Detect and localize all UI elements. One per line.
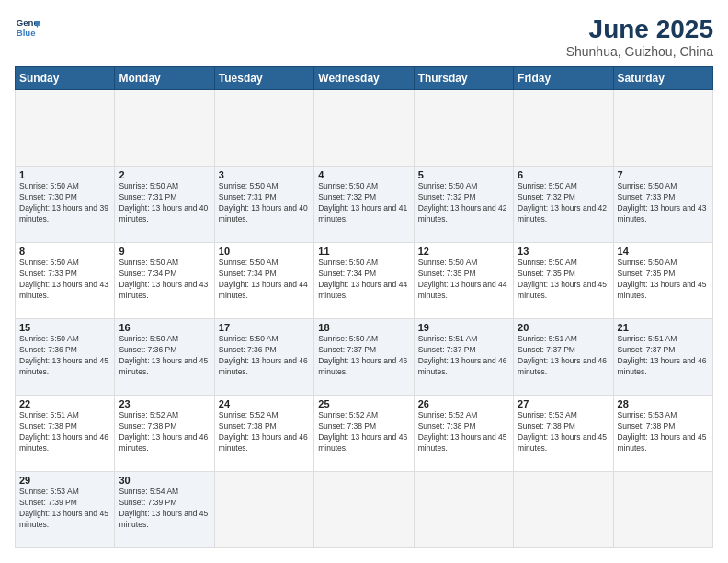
table-row: 24Sunrise: 5:52 AMSunset: 7:38 PMDayligh… <box>214 396 313 472</box>
table-row <box>214 472 313 548</box>
day-info: Sunrise: 5:50 AMSunset: 7:32 PMDaylight:… <box>318 181 409 225</box>
table-row: 28Sunrise: 5:53 AMSunset: 7:38 PMDayligh… <box>613 396 712 472</box>
day-number: 3 <box>219 169 310 180</box>
table-row: 15Sunrise: 5:50 AMSunset: 7:36 PMDayligh… <box>16 319 115 396</box>
day-info: Sunrise: 5:50 AMSunset: 7:32 PMDaylight:… <box>518 181 609 225</box>
day-info: Sunrise: 5:50 AMSunset: 7:37 PMDaylight:… <box>318 334 409 378</box>
day-number: 21 <box>618 322 709 333</box>
title-month: June 2025 <box>566 15 713 44</box>
day-info: Sunrise: 5:50 AMSunset: 7:31 PMDaylight:… <box>119 181 210 225</box>
day-number: 4 <box>318 169 409 180</box>
table-row <box>514 90 613 167</box>
day-info: Sunrise: 5:50 AMSunset: 7:34 PMDaylight:… <box>219 258 310 302</box>
table-row: 27Sunrise: 5:53 AMSunset: 7:38 PMDayligh… <box>514 396 613 472</box>
calendar-header-row: Sunday Monday Tuesday Wednesday Thursday… <box>16 67 713 90</box>
day-number: 13 <box>518 246 609 257</box>
day-info: Sunrise: 5:52 AMSunset: 7:38 PMDaylight:… <box>318 410 409 454</box>
calendar-week-row: 29Sunrise: 5:53 AMSunset: 7:39 PMDayligh… <box>16 472 713 548</box>
table-row: 10Sunrise: 5:50 AMSunset: 7:34 PMDayligh… <box>214 243 313 319</box>
day-info: Sunrise: 5:50 AMSunset: 7:35 PMDaylight:… <box>518 258 609 302</box>
calendar-week-row: 1Sunrise: 5:50 AMSunset: 7:30 PMDaylight… <box>16 167 713 243</box>
table-row <box>214 90 313 167</box>
day-number: 20 <box>518 322 609 333</box>
table-row <box>314 90 414 167</box>
day-number: 7 <box>618 169 709 180</box>
day-info: Sunrise: 5:50 AMSunset: 7:34 PMDaylight:… <box>318 258 409 302</box>
day-info: Sunrise: 5:52 AMSunset: 7:38 PMDaylight:… <box>119 410 210 454</box>
table-row: 14Sunrise: 5:50 AMSunset: 7:35 PMDayligh… <box>613 243 712 319</box>
day-info: Sunrise: 5:50 AMSunset: 7:36 PMDaylight:… <box>219 334 310 378</box>
day-number: 10 <box>219 246 310 257</box>
day-info: Sunrise: 5:50 AMSunset: 7:36 PMDaylight:… <box>119 334 210 378</box>
col-wednesday: Wednesday <box>314 67 414 90</box>
day-info: Sunrise: 5:50 AMSunset: 7:30 PMDaylight:… <box>19 181 110 225</box>
table-row: 25Sunrise: 5:52 AMSunset: 7:38 PMDayligh… <box>314 396 414 472</box>
table-row <box>314 472 414 548</box>
table-row: 19Sunrise: 5:51 AMSunset: 7:37 PMDayligh… <box>414 319 513 396</box>
day-number: 25 <box>318 398 409 409</box>
logo: General Blue <box>15 15 40 40</box>
day-info: Sunrise: 5:51 AMSunset: 7:38 PMDaylight:… <box>19 410 110 454</box>
day-number: 2 <box>119 169 210 180</box>
col-monday: Monday <box>115 67 214 90</box>
table-row: 20Sunrise: 5:51 AMSunset: 7:37 PMDayligh… <box>514 319 613 396</box>
table-row: 1Sunrise: 5:50 AMSunset: 7:30 PMDaylight… <box>16 167 115 243</box>
day-info: Sunrise: 5:50 AMSunset: 7:33 PMDaylight:… <box>19 258 110 302</box>
day-info: Sunrise: 5:52 AMSunset: 7:38 PMDaylight:… <box>219 410 310 454</box>
day-number: 14 <box>618 246 709 257</box>
table-row: 22Sunrise: 5:51 AMSunset: 7:38 PMDayligh… <box>16 396 115 472</box>
day-info: Sunrise: 5:50 AMSunset: 7:33 PMDaylight:… <box>618 181 709 225</box>
col-saturday: Saturday <box>613 67 712 90</box>
day-number: 26 <box>418 398 509 409</box>
day-info: Sunrise: 5:50 AMSunset: 7:35 PMDaylight:… <box>618 258 709 302</box>
table-row: 12Sunrise: 5:50 AMSunset: 7:35 PMDayligh… <box>414 243 513 319</box>
day-number: 6 <box>518 169 609 180</box>
col-thursday: Thursday <box>414 67 513 90</box>
day-number: 11 <box>318 246 409 257</box>
col-tuesday: Tuesday <box>214 67 313 90</box>
day-info: Sunrise: 5:50 AMSunset: 7:36 PMDaylight:… <box>19 334 110 378</box>
day-number: 22 <box>19 398 110 409</box>
day-number: 17 <box>219 322 310 333</box>
day-number: 5 <box>418 169 509 180</box>
day-number: 18 <box>318 322 409 333</box>
day-number: 15 <box>19 322 110 333</box>
table-row: 7Sunrise: 5:50 AMSunset: 7:33 PMDaylight… <box>613 167 712 243</box>
day-info: Sunrise: 5:53 AMSunset: 7:39 PMDaylight:… <box>19 487 110 531</box>
table-row: 21Sunrise: 5:51 AMSunset: 7:37 PMDayligh… <box>613 319 712 396</box>
header: General Blue June 2025 Shunhua, Guizhou,… <box>15 15 713 59</box>
day-number: 28 <box>618 398 709 409</box>
day-number: 24 <box>219 398 310 409</box>
day-info: Sunrise: 5:51 AMSunset: 7:37 PMDaylight:… <box>418 334 509 378</box>
table-row: 23Sunrise: 5:52 AMSunset: 7:38 PMDayligh… <box>115 396 214 472</box>
table-row: 30Sunrise: 5:54 AMSunset: 7:39 PMDayligh… <box>115 472 214 548</box>
table-row <box>16 90 115 167</box>
table-row: 18Sunrise: 5:50 AMSunset: 7:37 PMDayligh… <box>314 319 414 396</box>
calendar-week-row: 8Sunrise: 5:50 AMSunset: 7:33 PMDaylight… <box>16 243 713 319</box>
table-row: 17Sunrise: 5:50 AMSunset: 7:36 PMDayligh… <box>214 319 313 396</box>
logo-icon: General Blue <box>15 15 40 40</box>
table-row: 13Sunrise: 5:50 AMSunset: 7:35 PMDayligh… <box>514 243 613 319</box>
table-row: 4Sunrise: 5:50 AMSunset: 7:32 PMDaylight… <box>314 167 414 243</box>
table-row <box>613 90 712 167</box>
day-info: Sunrise: 5:50 AMSunset: 7:31 PMDaylight:… <box>219 181 310 225</box>
day-number: 9 <box>119 246 210 257</box>
day-info: Sunrise: 5:51 AMSunset: 7:37 PMDaylight:… <box>618 334 709 378</box>
day-number: 19 <box>418 322 509 333</box>
table-row <box>514 472 613 548</box>
col-friday: Friday <box>514 67 613 90</box>
calendar-week-row: 15Sunrise: 5:50 AMSunset: 7:36 PMDayligh… <box>16 319 713 396</box>
title-block: June 2025 Shunhua, Guizhou, China <box>566 15 713 59</box>
table-row: 3Sunrise: 5:50 AMSunset: 7:31 PMDaylight… <box>214 167 313 243</box>
calendar-week-row: 22Sunrise: 5:51 AMSunset: 7:38 PMDayligh… <box>16 396 713 472</box>
table-row <box>414 90 513 167</box>
day-number: 16 <box>119 322 210 333</box>
svg-text:Blue: Blue <box>17 28 36 38</box>
calendar-week-row <box>16 90 713 167</box>
table-row: 5Sunrise: 5:50 AMSunset: 7:32 PMDaylight… <box>414 167 513 243</box>
page: General Blue June 2025 Shunhua, Guizhou,… <box>0 0 728 563</box>
day-info: Sunrise: 5:51 AMSunset: 7:37 PMDaylight:… <box>518 334 609 378</box>
day-number: 8 <box>19 246 110 257</box>
table-row: 29Sunrise: 5:53 AMSunset: 7:39 PMDayligh… <box>16 472 115 548</box>
day-number: 30 <box>119 475 210 486</box>
